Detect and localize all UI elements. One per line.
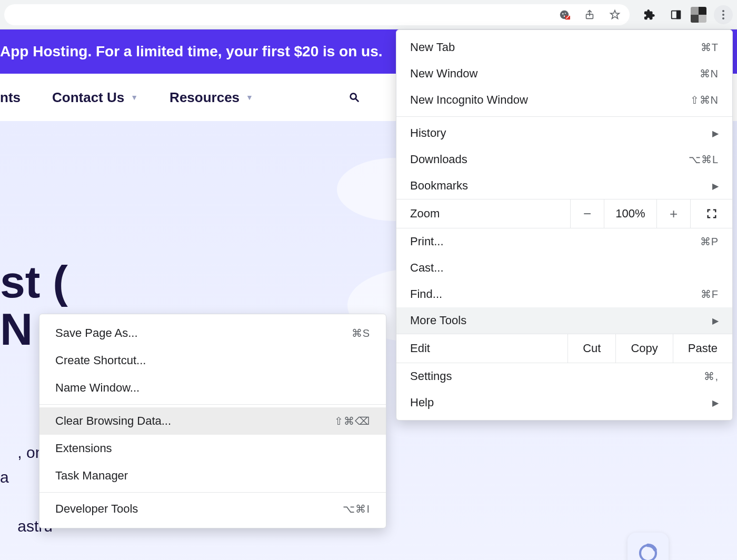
chevron-right-icon: ▶ [712,181,719,191]
menu-history[interactable]: History▶ [396,120,732,146]
nav-item-partial[interactable]: nts [0,89,21,106]
submenu-save-page-as[interactable]: Save Page As...⌘S [39,319,386,347]
svg-point-3 [564,15,565,16]
submenu-name-window[interactable]: Name Window... [39,374,386,402]
menu-zoom: Zoom − 100% + [396,199,732,228]
menu-incognito[interactable]: New Incognito Window⇧⌘N [396,87,732,113]
zoom-in-button[interactable]: + [656,199,690,228]
menu-downloads[interactable]: Downloads⌥⌘L [396,146,732,173]
submenu-task-manager[interactable]: Task Manager [39,462,386,489]
menu-help[interactable]: Help▶ [396,389,732,416]
submenu-developer-tools[interactable]: Developer Tools⌥⌘I [39,495,386,523]
address-bar[interactable] [4,4,630,25]
zoom-value: 100% [604,199,656,228]
menu-more-tools[interactable]: More Tools▶ [396,307,732,334]
menu-new-window[interactable]: New Window⌘N [396,61,732,87]
chevron-down-icon: ▼ [131,93,138,102]
menu-bookmarks[interactable]: Bookmarks▶ [396,173,732,199]
browser-toolbar [0,0,737,29]
fullscreen-button[interactable] [690,199,732,228]
star-icon[interactable] [609,8,621,21]
nav-item-resources[interactable]: Resources▼ [170,89,253,106]
edit-copy-button[interactable]: Copy [615,334,672,363]
banner-text: App Hosting. For a limited time, your fi… [0,43,383,60]
svg-point-2 [565,13,566,14]
chevron-right-icon: ▶ [712,398,719,408]
svg-point-1 [562,13,564,14]
profile-avatar[interactable] [691,7,706,23]
edit-cut-button[interactable]: Cut [567,334,615,363]
nav-item-contact[interactable]: Contact Us▼ [52,89,138,106]
zoom-out-button[interactable]: − [570,199,604,228]
chrome-menu-button[interactable] [714,5,733,24]
extensions-icon[interactable] [643,8,656,21]
submenu-clear-browsing-data[interactable]: Clear Browsing Data... ⇧⌘⌫ [39,407,386,435]
submenu-extensions[interactable]: Extensions [39,435,386,462]
submenu-create-shortcut[interactable]: Create Shortcut... [39,347,386,374]
svg-point-9 [351,94,356,99]
edit-paste-button[interactable]: Paste [673,334,732,363]
cookie-blocked-icon[interactable] [558,8,571,21]
menu-settings[interactable]: Settings⌘, [396,363,732,389]
floating-action-button[interactable] [628,533,669,560]
chevron-down-icon: ▼ [246,93,253,102]
share-icon[interactable] [583,8,596,21]
svg-line-10 [356,99,359,102]
menu-print[interactable]: Print...⌘P [396,228,732,255]
svg-rect-8 [677,11,680,18]
menu-find[interactable]: Find...⌘F [396,281,732,307]
chrome-main-menu: New Tab⌘T New Window⌘N New Incognito Win… [396,29,733,421]
search-icon[interactable] [348,91,361,104]
menu-new-tab[interactable]: New Tab⌘T [396,34,732,61]
chevron-right-icon: ▶ [712,316,719,326]
shortcut-text: ⇧⌘⌫ [334,415,370,427]
menu-cast[interactable]: Cast... [396,255,732,281]
chevron-right-icon: ▶ [712,128,719,138]
menu-edit: Edit Cut Copy Paste [396,334,732,363]
side-panel-icon[interactable] [670,8,682,21]
more-tools-submenu: Save Page As...⌘S Create Shortcut... Nam… [39,314,386,528]
